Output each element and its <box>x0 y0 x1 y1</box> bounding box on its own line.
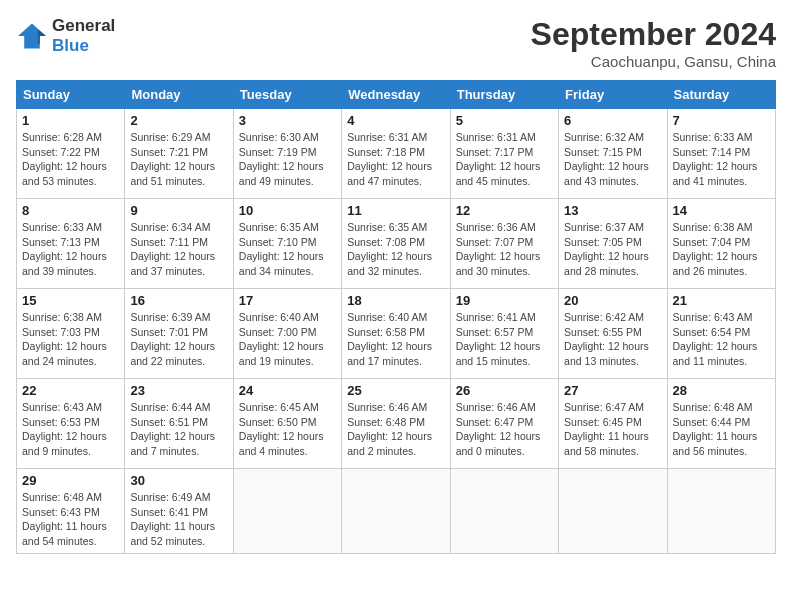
sunset-label: Sunset: 6:44 PM <box>673 416 751 428</box>
sunrise-label: Sunrise: 6:43 AM <box>22 401 102 413</box>
day-cell-20: 20 Sunrise: 6:42 AM Sunset: 6:55 PM Dayl… <box>559 289 667 379</box>
sunrise-label: Sunrise: 6:31 AM <box>347 131 427 143</box>
sunset-label: Sunset: 6:41 PM <box>130 506 208 518</box>
sunset-label: Sunset: 7:21 PM <box>130 146 208 158</box>
day-number: 3 <box>239 113 336 128</box>
day-cell-21: 21 Sunrise: 6:43 AM Sunset: 6:54 PM Dayl… <box>667 289 775 379</box>
sunrise-label: Sunrise: 6:43 AM <box>673 311 753 323</box>
day-info: Sunrise: 6:36 AM Sunset: 7:07 PM Dayligh… <box>456 220 553 279</box>
day-number: 22 <box>22 383 119 398</box>
sunset-label: Sunset: 7:18 PM <box>347 146 425 158</box>
day-info: Sunrise: 6:33 AM Sunset: 7:14 PM Dayligh… <box>673 130 770 189</box>
daylight-label: Daylight: 11 hoursand 54 minutes. <box>22 520 107 547</box>
day-info: Sunrise: 6:32 AM Sunset: 7:15 PM Dayligh… <box>564 130 661 189</box>
sunrise-label: Sunrise: 6:29 AM <box>130 131 210 143</box>
day-number: 26 <box>456 383 553 398</box>
sunrise-label: Sunrise: 6:31 AM <box>456 131 536 143</box>
day-number: 18 <box>347 293 444 308</box>
sunrise-label: Sunrise: 6:49 AM <box>130 491 210 503</box>
weekday-header-friday: Friday <box>559 81 667 109</box>
day-info: Sunrise: 6:44 AM Sunset: 6:51 PM Dayligh… <box>130 400 227 459</box>
weekday-header-tuesday: Tuesday <box>233 81 341 109</box>
daylight-label: Daylight: 12 hoursand 47 minutes. <box>347 160 432 187</box>
sunrise-label: Sunrise: 6:40 AM <box>239 311 319 323</box>
day-number: 13 <box>564 203 661 218</box>
day-number: 14 <box>673 203 770 218</box>
day-cell-1: 1 Sunrise: 6:28 AM Sunset: 7:22 PM Dayli… <box>17 109 125 199</box>
calendar-week-row: 22 Sunrise: 6:43 AM Sunset: 6:53 PM Dayl… <box>17 379 776 469</box>
day-info: Sunrise: 6:47 AM Sunset: 6:45 PM Dayligh… <box>564 400 661 459</box>
day-cell-25: 25 Sunrise: 6:46 AM Sunset: 6:48 PM Dayl… <box>342 379 450 469</box>
daylight-label: Daylight: 12 hoursand 22 minutes. <box>130 340 215 367</box>
empty-cell <box>450 469 558 554</box>
page-header: General Blue September 2024 Caochuanpu, … <box>16 16 776 70</box>
day-info: Sunrise: 6:40 AM Sunset: 7:00 PM Dayligh… <box>239 310 336 369</box>
sunrise-label: Sunrise: 6:40 AM <box>347 311 427 323</box>
sunrise-label: Sunrise: 6:46 AM <box>347 401 427 413</box>
sunrise-label: Sunrise: 6:47 AM <box>564 401 644 413</box>
sunset-label: Sunset: 6:55 PM <box>564 326 642 338</box>
daylight-label: Daylight: 12 hoursand 37 minutes. <box>130 250 215 277</box>
daylight-label: Daylight: 12 hoursand 49 minutes. <box>239 160 324 187</box>
daylight-label: Daylight: 12 hoursand 13 minutes. <box>564 340 649 367</box>
calendar-week-row: 29 Sunrise: 6:48 AM Sunset: 6:43 PM Dayl… <box>17 469 776 554</box>
day-info: Sunrise: 6:41 AM Sunset: 6:57 PM Dayligh… <box>456 310 553 369</box>
day-info: Sunrise: 6:46 AM Sunset: 6:48 PM Dayligh… <box>347 400 444 459</box>
sunrise-label: Sunrise: 6:42 AM <box>564 311 644 323</box>
day-number: 12 <box>456 203 553 218</box>
daylight-label: Daylight: 12 hoursand 17 minutes. <box>347 340 432 367</box>
calendar-week-row: 1 Sunrise: 6:28 AM Sunset: 7:22 PM Dayli… <box>17 109 776 199</box>
daylight-label: Daylight: 12 hoursand 9 minutes. <box>22 430 107 457</box>
sunrise-label: Sunrise: 6:45 AM <box>239 401 319 413</box>
daylight-label: Daylight: 12 hoursand 28 minutes. <box>564 250 649 277</box>
sunset-label: Sunset: 6:48 PM <box>347 416 425 428</box>
sunrise-label: Sunrise: 6:44 AM <box>130 401 210 413</box>
weekday-header-saturday: Saturday <box>667 81 775 109</box>
daylight-label: Daylight: 12 hoursand 24 minutes. <box>22 340 107 367</box>
daylight-label: Daylight: 12 hoursand 4 minutes. <box>239 430 324 457</box>
daylight-label: Daylight: 12 hoursand 32 minutes. <box>347 250 432 277</box>
day-cell-9: 9 Sunrise: 6:34 AM Sunset: 7:11 PM Dayli… <box>125 199 233 289</box>
daylight-label: Daylight: 12 hoursand 45 minutes. <box>456 160 541 187</box>
day-cell-5: 5 Sunrise: 6:31 AM Sunset: 7:17 PM Dayli… <box>450 109 558 199</box>
day-info: Sunrise: 6:43 AM Sunset: 6:53 PM Dayligh… <box>22 400 119 459</box>
location-subtitle: Caochuanpu, Gansu, China <box>531 53 776 70</box>
sunrise-label: Sunrise: 6:36 AM <box>456 221 536 233</box>
day-info: Sunrise: 6:43 AM Sunset: 6:54 PM Dayligh… <box>673 310 770 369</box>
sunset-label: Sunset: 6:43 PM <box>22 506 100 518</box>
day-cell-27: 27 Sunrise: 6:47 AM Sunset: 6:45 PM Dayl… <box>559 379 667 469</box>
sunset-label: Sunset: 6:53 PM <box>22 416 100 428</box>
sunrise-label: Sunrise: 6:28 AM <box>22 131 102 143</box>
day-number: 11 <box>347 203 444 218</box>
day-info: Sunrise: 6:31 AM Sunset: 7:17 PM Dayligh… <box>456 130 553 189</box>
sunset-label: Sunset: 6:50 PM <box>239 416 317 428</box>
day-number: 5 <box>456 113 553 128</box>
day-cell-7: 7 Sunrise: 6:33 AM Sunset: 7:14 PM Dayli… <box>667 109 775 199</box>
sunrise-label: Sunrise: 6:33 AM <box>22 221 102 233</box>
day-number: 2 <box>130 113 227 128</box>
day-info: Sunrise: 6:40 AM Sunset: 6:58 PM Dayligh… <box>347 310 444 369</box>
sunrise-label: Sunrise: 6:35 AM <box>239 221 319 233</box>
day-cell-3: 3 Sunrise: 6:30 AM Sunset: 7:19 PM Dayli… <box>233 109 341 199</box>
day-number: 20 <box>564 293 661 308</box>
day-number: 21 <box>673 293 770 308</box>
day-number: 17 <box>239 293 336 308</box>
day-info: Sunrise: 6:35 AM Sunset: 7:08 PM Dayligh… <box>347 220 444 279</box>
daylight-label: Daylight: 12 hoursand 0 minutes. <box>456 430 541 457</box>
sunset-label: Sunset: 7:08 PM <box>347 236 425 248</box>
empty-cell <box>559 469 667 554</box>
day-number: 7 <box>673 113 770 128</box>
sunrise-label: Sunrise: 6:48 AM <box>22 491 102 503</box>
daylight-label: Daylight: 12 hoursand 19 minutes. <box>239 340 324 367</box>
day-cell-19: 19 Sunrise: 6:41 AM Sunset: 6:57 PM Dayl… <box>450 289 558 379</box>
daylight-label: Daylight: 12 hoursand 2 minutes. <box>347 430 432 457</box>
empty-cell <box>342 469 450 554</box>
empty-cell <box>667 469 775 554</box>
day-cell-6: 6 Sunrise: 6:32 AM Sunset: 7:15 PM Dayli… <box>559 109 667 199</box>
sunset-label: Sunset: 7:15 PM <box>564 146 642 158</box>
daylight-label: Daylight: 12 hoursand 30 minutes. <box>456 250 541 277</box>
day-cell-8: 8 Sunrise: 6:33 AM Sunset: 7:13 PM Dayli… <box>17 199 125 289</box>
daylight-label: Daylight: 12 hoursand 53 minutes. <box>22 160 107 187</box>
day-cell-4: 4 Sunrise: 6:31 AM Sunset: 7:18 PM Dayli… <box>342 109 450 199</box>
day-info: Sunrise: 6:45 AM Sunset: 6:50 PM Dayligh… <box>239 400 336 459</box>
